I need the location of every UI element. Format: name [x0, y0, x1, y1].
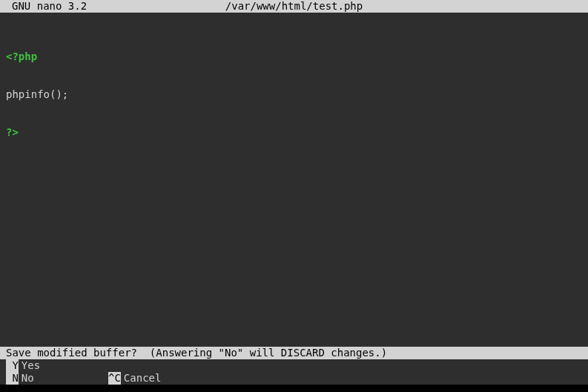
- code-line: ?>: [0, 126, 588, 139]
- terminal-bottom-edge: [0, 385, 588, 392]
- label-cancel: Cancel: [121, 372, 162, 385]
- help-cancel[interactable]: ^C Cancel: [108, 372, 205, 385]
- key-y: Y: [6, 359, 19, 372]
- save-prompt-text: Save modified buffer? (Answering "No" wi…: [0, 347, 394, 359]
- label-no: No: [19, 372, 34, 385]
- php-open-tag: <?php: [6, 50, 37, 62]
- prompt-bar: Save modified buffer? (Answering "No" wi…: [0, 347, 588, 359]
- bottom-bar: Save modified buffer? (Answering "No" wi…: [0, 347, 588, 392]
- file-path: /var/www/html/test.php: [0, 0, 588, 13]
- key-ctrl-c: ^C: [108, 372, 121, 385]
- label-yes: Yes: [19, 359, 40, 372]
- php-statement: phpinfo();: [6, 88, 68, 100]
- editor-pane[interactable]: <?php phpinfo(); ?>: [0, 13, 588, 151]
- code-line: phpinfo();: [0, 88, 588, 101]
- title-bar: /var/www/html/test.php GNU nano 3.2: [0, 0, 588, 13]
- key-n: N: [6, 372, 19, 385]
- php-close-tag: ?>: [6, 126, 19, 138]
- code-line: <?php: [0, 50, 588, 63]
- help-yes[interactable]: Y Yes: [6, 359, 102, 372]
- help-no[interactable]: N No: [6, 372, 102, 385]
- help-menu: Y Yes N No ^C Cancel: [0, 359, 588, 392]
